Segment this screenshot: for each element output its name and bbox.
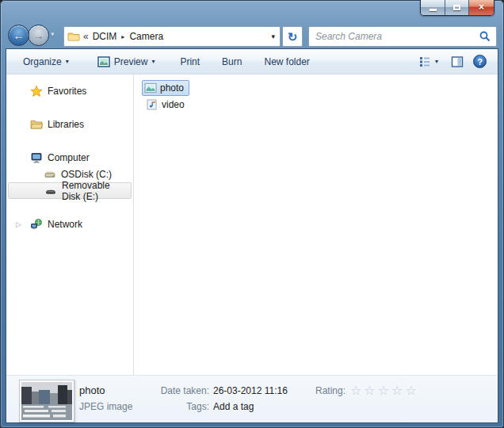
preview-button[interactable]: Preview ▾ xyxy=(90,52,162,71)
toolbar-right-group: ▾ ? xyxy=(406,52,498,71)
sidebar-item-label: Favorites xyxy=(48,86,86,97)
back-arrow-icon: ← xyxy=(13,30,25,41)
burn-label: Burn xyxy=(222,56,242,67)
burn-button[interactable]: Burn xyxy=(215,53,249,71)
folder-icon xyxy=(67,30,80,43)
date-taken-label: Date taken: xyxy=(130,385,209,396)
caption-buttons: × xyxy=(420,0,494,16)
help-button[interactable]: ? xyxy=(473,55,487,68)
chevron-down-icon: ▾ xyxy=(435,58,438,65)
rating-star-icon[interactable]: ☆ xyxy=(364,384,377,397)
new-folder-label: New folder xyxy=(264,56,309,67)
details-pane: photo JPEG image Date taken: 26-03-2012 … xyxy=(6,375,498,422)
sidebar-item-label: Network xyxy=(48,219,82,230)
search-icon[interactable] xyxy=(479,30,491,43)
tags-label: Tags: xyxy=(130,401,209,412)
forward-button[interactable]: → xyxy=(28,25,49,46)
harbor-thumbnail-image xyxy=(21,382,72,420)
minimize-icon xyxy=(430,9,437,11)
network-icon xyxy=(30,218,43,231)
date-taken-value[interactable]: 26-03-2012 11:16 xyxy=(213,385,288,396)
search-input[interactable] xyxy=(314,30,475,43)
file-name: video xyxy=(162,99,185,110)
rating-stars[interactable]: ☆☆☆☆☆ xyxy=(350,383,419,398)
maximize-button[interactable] xyxy=(445,0,469,15)
sidebar-item-label: Libraries xyxy=(48,119,84,130)
file-thumbnail xyxy=(19,380,74,422)
breadcrumb-item-camera[interactable]: Camera xyxy=(128,30,165,43)
address-dropdown-chevron-icon[interactable]: ▾ xyxy=(271,32,277,40)
rating-star-icon[interactable]: ☆ xyxy=(391,384,405,397)
photo-file-icon xyxy=(144,82,157,94)
minimize-button[interactable] xyxy=(421,0,445,15)
command-toolbar: Organize ▾ Preview ▾ Print Burn New fold… xyxy=(6,49,498,75)
search-box xyxy=(308,26,497,47)
breadcrumb-separator-icon[interactable]: ▸ xyxy=(121,33,124,40)
organize-label: Organize xyxy=(23,56,62,67)
computer-icon xyxy=(30,151,43,164)
favorites-star-icon xyxy=(30,85,43,97)
change-view-button[interactable]: ▾ xyxy=(415,52,441,71)
tags-value[interactable]: Add a tag xyxy=(213,401,254,412)
sidebar-item-label: Removable Disk (E:) xyxy=(62,180,131,202)
file-item-photo[interactable]: photo xyxy=(142,80,189,96)
content-area: Favorites Libraries Computer xyxy=(6,75,498,376)
libraries-icon xyxy=(30,118,43,131)
breadcrumb-overflow[interactable]: « xyxy=(83,31,88,42)
address-bar[interactable]: « DCIM ▸ Camera ▾ xyxy=(63,26,281,47)
rating-star-icon[interactable]: ☆ xyxy=(378,384,391,397)
picture-icon xyxy=(97,55,110,68)
sidebar-item-favorites[interactable]: Favorites xyxy=(6,82,133,99)
refresh-button[interactable]: ↻ xyxy=(282,26,303,47)
navigation-pane: Favorites Libraries Computer xyxy=(6,75,133,376)
details-file-type: JPEG image xyxy=(79,401,132,412)
file-list: photo video xyxy=(134,75,498,376)
sidebar-item-label: Computer xyxy=(48,152,90,163)
file-name: photo xyxy=(160,82,184,94)
rating-star-icon[interactable]: ☆ xyxy=(350,384,364,397)
close-button[interactable]: × xyxy=(469,0,494,15)
refresh-icon: ↻ xyxy=(288,31,298,43)
help-icon: ? xyxy=(477,57,483,67)
hard-drive-icon xyxy=(44,168,56,181)
details-file-name: photo xyxy=(79,384,105,396)
rating-label: Rating: xyxy=(315,385,346,396)
client-area: Organize ▾ Preview ▾ Print Burn New fold… xyxy=(6,49,498,422)
forward-arrow-icon: → xyxy=(33,30,44,41)
organize-button[interactable]: Organize ▾ xyxy=(16,53,76,71)
video-file-icon xyxy=(146,98,158,111)
sidebar-item-computer[interactable]: Computer xyxy=(6,149,133,166)
print-label: Print xyxy=(180,56,200,67)
sidebar-item-network[interactable]: ▷ Network xyxy=(6,216,133,232)
print-button[interactable]: Print xyxy=(173,53,207,71)
back-button[interactable]: ← xyxy=(8,25,29,46)
removable-drive-icon xyxy=(44,185,57,197)
chevron-down-icon: ▾ xyxy=(66,58,69,65)
explorer-window: × ← → ▾ « DCIM ▸ Camera ▾ ↻ Organize ▾ xyxy=(0,0,504,428)
sidebar-item-label: OSDisk (C:) xyxy=(61,169,112,180)
breadcrumb-item-dcim[interactable]: DCIM xyxy=(91,30,119,43)
close-icon: × xyxy=(479,0,484,15)
recent-pages-chevron-icon[interactable]: ▾ xyxy=(51,30,55,38)
sidebar-item-libraries[interactable]: Libraries xyxy=(6,116,133,132)
preview-label: Preview xyxy=(114,56,148,67)
preview-pane-button[interactable] xyxy=(449,52,465,71)
file-item-video[interactable]: video xyxy=(144,97,188,112)
expander-icon[interactable]: ▷ xyxy=(16,220,21,228)
chevron-down-icon: ▾ xyxy=(151,58,155,65)
new-folder-button[interactable]: New folder xyxy=(257,53,316,71)
sidebar-item-removable-disk-e[interactable]: Removable Disk (E:) xyxy=(8,182,132,199)
views-icon xyxy=(418,55,431,68)
maximize-icon xyxy=(453,5,460,10)
rating-star-icon[interactable]: ☆ xyxy=(405,384,418,397)
preview-pane-icon xyxy=(451,55,464,68)
